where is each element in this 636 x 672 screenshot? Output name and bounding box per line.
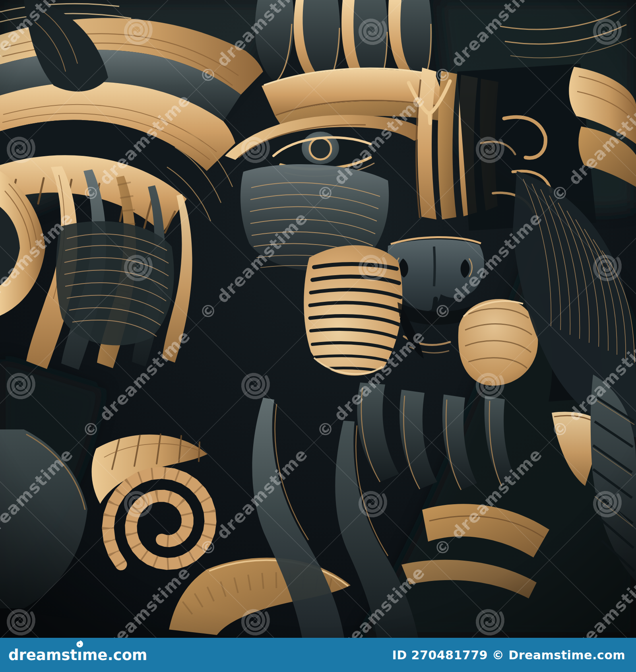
dreamstime-logo: dreamstıme.com [8, 648, 147, 662]
brand-letter-i: ı [77, 647, 82, 664]
footer-bar: dreamstıme.com ID 270481779 © Dreamstime… [0, 638, 636, 672]
image-id-license: ID 270481779 © Dreamstime.com [392, 648, 625, 662]
logo-spiral-icon [75, 639, 84, 648]
lion-artwork [0, 0, 636, 638]
brand-part-1: dreamst [8, 648, 77, 662]
watermarked-image: © dreamstime© dreamstime© dreamstime© dr… [0, 0, 636, 638]
stock-photo-page: © dreamstime© dreamstime© dreamstime© dr… [0, 0, 636, 672]
brand-part-2: me.com [82, 648, 147, 662]
